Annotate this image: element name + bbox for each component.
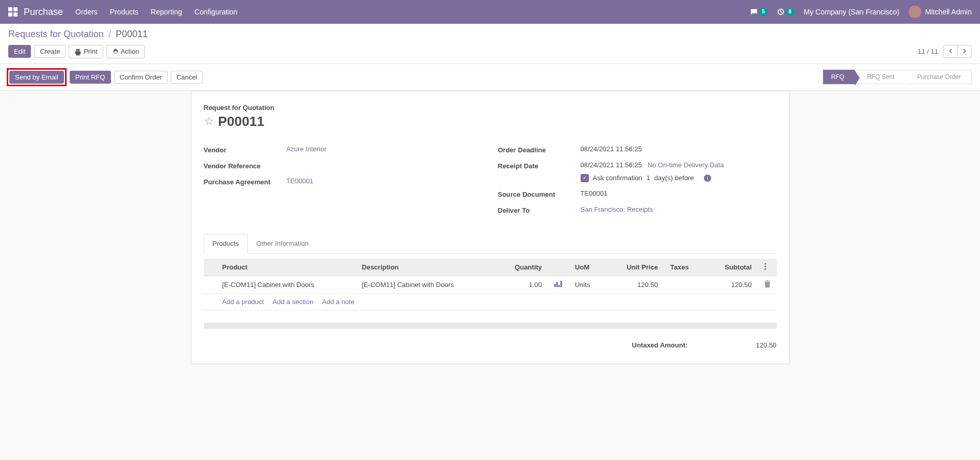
products-table: Product Description Quantity UoM Unit Pr… <box>204 259 777 310</box>
purchase-agreement-link[interactable]: TE00001 <box>286 177 314 185</box>
pager-prev[interactable] <box>944 45 958 57</box>
receipt-date-value: 08/24/2021 11:56:25 <box>581 161 642 169</box>
order-deadline-value: 08/24/2021 11:56:25 <box>581 145 777 153</box>
menu-configuration[interactable]: Configuration <box>195 8 237 16</box>
untaxed-amount-value: 120.50 <box>756 341 777 349</box>
col-quantity: Quantity <box>495 259 549 276</box>
form-sheet: Request for Quotation ☆ P00011 Vendor Az… <box>191 91 790 364</box>
table-footer-bar <box>204 323 777 329</box>
cell-unit-price: 120.50 <box>606 276 664 293</box>
page-title: P00011 <box>218 114 265 130</box>
order-deadline-label: Order Deadline <box>498 145 581 154</box>
cell-subtotal: 120.50 <box>705 276 758 293</box>
pager-next[interactable] <box>958 45 971 57</box>
menu-orders[interactable]: Orders <box>75 8 98 16</box>
col-taxes: Taxes <box>664 259 705 276</box>
app-brand[interactable]: Purchase <box>24 7 63 18</box>
user-menu[interactable]: Mitchell Admin <box>909 6 972 18</box>
col-options-icon[interactable] <box>758 259 777 276</box>
delete-row-icon[interactable] <box>758 276 777 293</box>
breadcrumb-parent[interactable]: Requests for Quotation <box>8 29 104 39</box>
messages-badge: 5 <box>759 8 768 15</box>
source-document-value: TE00001 <box>581 189 777 197</box>
cell-product: [E-COM11] Cabinet with Doors <box>216 276 356 293</box>
info-icon[interactable]: i <box>704 175 711 182</box>
forecast-icon[interactable] <box>548 276 569 293</box>
top-nav: Purchase Orders Products Reporting Confi… <box>0 0 980 24</box>
add-product-link[interactable]: Add a product <box>222 298 264 306</box>
receipt-date-note[interactable]: No On-time Delivery Data <box>648 161 724 169</box>
step-rfq-sent[interactable]: RFQ Sent <box>855 70 905 84</box>
print-button[interactable]: Print <box>69 45 103 58</box>
add-note-link[interactable]: Add a note <box>322 298 355 306</box>
step-purchase-order[interactable]: Purchase Order <box>905 70 972 84</box>
step-rfq[interactable]: RFQ <box>823 70 855 84</box>
print-label: Print <box>84 47 98 55</box>
control-panel: Requests for Quotation / P00011 Edit Cre… <box>0 24 980 64</box>
cell-quantity: 1.00 <box>495 276 549 293</box>
svg-rect-1 <box>13 7 18 11</box>
table-row[interactable]: [E-COM11] Cabinet with Doors [E-COM11] C… <box>204 276 777 293</box>
menu-reporting[interactable]: Reporting <box>151 8 182 16</box>
col-uom: UoM <box>569 259 606 276</box>
untaxed-amount-label: Untaxed Amount: <box>632 341 688 349</box>
cell-description: [E-COM11] Cabinet with Doors <box>356 276 495 293</box>
avatar <box>909 6 921 18</box>
source-document-label: Source Document <box>498 189 581 198</box>
col-description: Description <box>356 259 495 276</box>
print-rfq-button[interactable]: Print RFQ <box>70 71 111 84</box>
receipt-date-label: Receipt Date <box>498 161 581 170</box>
vendor-link[interactable]: Azure Interior <box>286 145 327 153</box>
svg-rect-3 <box>13 12 18 17</box>
ask-confirmation-days: 1 <box>647 174 650 182</box>
svg-point-5 <box>764 263 766 264</box>
tab-products[interactable]: Products <box>204 234 248 253</box>
vendor-label: Vendor <box>204 145 286 154</box>
tabs: Products Other Information <box>204 234 777 253</box>
activities-badge: 8 <box>785 8 795 15</box>
breadcrumb-current: P00011 <box>116 29 148 39</box>
deliver-to-link[interactable]: San Francisco: Receipts <box>581 205 653 213</box>
totals: Untaxed Amount: 120.50 <box>204 339 777 351</box>
deliver-to-label: Deliver To <box>498 205 581 214</box>
vendor-ref-label: Vendor Reference <box>204 161 286 170</box>
form-subtitle: Request for Quotation <box>204 104 777 112</box>
cell-taxes <box>664 276 705 293</box>
cancel-button[interactable]: Cancel <box>171 71 203 84</box>
add-section-link[interactable]: Add a section <box>272 298 313 306</box>
action-label: Action <box>121 47 139 55</box>
col-product: Product <box>216 259 356 276</box>
status-steps: RFQ RFQ Sent Purchase Order <box>823 70 972 84</box>
pager-text[interactable]: 11 / 11 <box>918 47 938 55</box>
activities-icon[interactable]: 8 <box>777 8 795 15</box>
highlight-box: Send by Email <box>7 68 67 86</box>
col-unit-price: Unit Price <box>606 259 664 276</box>
ask-confirmation-suffix: day(s) before <box>654 174 694 182</box>
status-bar: Send by Email Print RFQ Confirm Order Ca… <box>0 64 980 91</box>
messages-icon[interactable]: 5 <box>750 8 768 15</box>
svg-point-6 <box>764 265 766 267</box>
ask-confirmation-checkbox[interactable]: ✓ <box>581 174 589 182</box>
edit-button[interactable]: Edit <box>8 45 31 58</box>
pager: 11 / 11 <box>918 45 972 58</box>
breadcrumb: Requests for Quotation / P00011 <box>8 29 972 40</box>
confirm-order-button[interactable]: Confirm Order <box>114 71 168 84</box>
star-icon[interactable]: ☆ <box>204 115 214 128</box>
ask-confirmation-prefix: Ask confirmation <box>593 174 642 182</box>
cell-uom: Units <box>569 276 606 293</box>
action-button[interactable]: Action <box>106 45 145 58</box>
tab-other-information[interactable]: Other Information <box>248 234 317 253</box>
svg-rect-2 <box>8 12 12 17</box>
user-name: Mitchell Admin <box>925 8 972 16</box>
purchase-agreement-label: Purchase Agreement <box>204 177 286 186</box>
svg-point-7 <box>764 268 766 269</box>
menu-products[interactable]: Products <box>110 8 138 16</box>
col-subtotal: Subtotal <box>705 259 758 276</box>
company-switcher[interactable]: My Company (San Francisco) <box>804 8 899 16</box>
create-button[interactable]: Create <box>34 45 66 58</box>
apps-icon[interactable] <box>8 7 18 17</box>
send-by-email-button[interactable]: Send by Email <box>9 71 64 84</box>
svg-rect-0 <box>8 7 12 11</box>
